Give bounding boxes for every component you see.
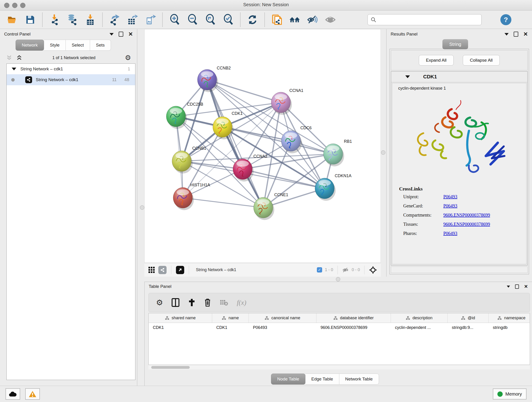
network-view-canvas[interactable]: CCNB2CCNA1CDC25BCDK1CDC6RB1CCNB1CCNA2CDK… xyxy=(144,29,381,263)
cell-name[interactable]: CDK1 xyxy=(212,323,249,332)
tab-style[interactable]: Style xyxy=(44,40,66,51)
edge-CCNA2-CDKN1A[interactable] xyxy=(243,169,325,188)
expand-all-button[interactable]: Expand All xyxy=(419,55,454,65)
column-header-database-identifier[interactable]: database identifier xyxy=(317,313,391,323)
zoom-out-icon[interactable] xyxy=(186,14,198,26)
column-header-canonical-name[interactable]: canonical name xyxy=(249,313,317,323)
column-header-description[interactable]: description xyxy=(391,313,448,323)
open-in-browser-icon[interactable] xyxy=(176,266,184,274)
string-network-graph[interactable]: CCNB2CCNA1CDC25BCDK1CDC6RB1CCNB1CCNA2CDK… xyxy=(145,29,380,263)
expand-all-icon[interactable] xyxy=(16,55,23,61)
scrollbar-thumb[interactable] xyxy=(151,366,190,369)
import-network-icon[interactable] xyxy=(49,14,60,26)
tab-string[interactable]: String xyxy=(443,39,468,49)
cell-namespace[interactable]: stringdb xyxy=(489,323,530,332)
import-table-icon[interactable] xyxy=(84,14,96,26)
node-CCNB2[interactable]: CCNB2 xyxy=(197,66,231,92)
cell-canonical-name[interactable]: P06493 xyxy=(249,323,317,332)
open-session-icon[interactable] xyxy=(6,14,18,26)
show-columns-icon[interactable] xyxy=(172,298,179,307)
crosslink-compartments-link[interactable]: 9606.ENSP00000378699 xyxy=(443,212,490,218)
export-table-icon[interactable] xyxy=(127,14,138,26)
tab-network[interactable]: Network xyxy=(16,40,44,51)
cell-database-identifier[interactable]: 9606.ENSP00000378699 xyxy=(317,323,391,332)
results-scroll-strip[interactable] xyxy=(391,267,528,273)
function-builder-icon[interactable]: f(x) xyxy=(237,299,246,306)
node-CCNA1[interactable]: CCNA1 xyxy=(271,88,303,115)
network-row-selected[interactable]: String Network – cdk1 11 48 xyxy=(7,74,135,85)
crosslink-tissues-link[interactable]: 9606.ENSP00000378699 xyxy=(443,222,490,227)
hidden-eye-icon[interactable] xyxy=(342,267,349,273)
tab-select[interactable]: Select xyxy=(66,40,90,51)
node-CCNB1[interactable]: CCNB1 xyxy=(172,146,206,173)
panel-close-icon[interactable]: ✕ xyxy=(523,32,528,36)
table-horizontal-scrollbar[interactable] xyxy=(148,365,530,370)
node-CDC6[interactable]: CDC6 xyxy=(281,126,312,153)
gear-icon[interactable]: ⚙ xyxy=(125,54,131,61)
edge-CCNB2-RB1[interactable] xyxy=(207,80,333,154)
tab-network-table[interactable]: Network Table xyxy=(339,374,379,385)
export-image-icon[interactable] xyxy=(144,14,156,26)
panel-float-icon[interactable] xyxy=(119,32,123,37)
memory-button[interactable]: Memory xyxy=(493,389,526,400)
help-icon[interactable]: ? xyxy=(500,14,511,25)
cloud-button[interactable] xyxy=(6,388,20,400)
delete-table-icon[interactable] xyxy=(220,299,228,306)
panel-menu-icon[interactable] xyxy=(109,33,114,36)
birdseye-grid-icon[interactable] xyxy=(148,266,155,274)
export-network-icon[interactable] xyxy=(109,14,120,26)
import-network-database-icon[interactable] xyxy=(66,14,78,26)
selected-checkbox-icon[interactable]: ✓ xyxy=(317,267,322,273)
node-CDKN1A[interactable]: CDKN1A xyxy=(315,173,351,201)
collapse-all-icon[interactable] xyxy=(6,55,13,61)
crosslink-uniprot-link[interactable]: P06493 xyxy=(443,194,457,199)
cell-description[interactable]: cyclin-dependent ... xyxy=(391,323,448,332)
column-header-shared-name[interactable]: shared name xyxy=(149,313,212,323)
network-collection-row[interactable]: String Network – cdk1 1 xyxy=(7,64,135,74)
tab-node-table[interactable]: Node Table xyxy=(271,374,305,385)
node-HIST1H1A[interactable]: HIST1H1A xyxy=(173,183,210,210)
table-gear-icon[interactable]: ⚙ xyxy=(156,299,163,306)
preview-eye-icon[interactable] xyxy=(324,14,336,26)
right-splitter-handle[interactable] xyxy=(381,150,385,155)
edge-CCNE1-HIST1H1A[interactable] xyxy=(183,198,263,208)
panel-float-icon[interactable] xyxy=(515,284,519,289)
string-badge-icon[interactable] xyxy=(158,266,167,274)
collection-expand-icon[interactable] xyxy=(12,68,16,70)
column-header--id[interactable]: @id xyxy=(448,313,489,323)
cell-shared-name[interactable]: CDK1 xyxy=(149,323,212,332)
column-header-namespace[interactable]: namespace xyxy=(489,313,530,323)
crosslink-pharos-link[interactable]: P06493 xyxy=(443,231,457,236)
cell--id[interactable]: stringdb:9... xyxy=(448,323,489,332)
collapse-all-button[interactable]: Collapse All xyxy=(463,55,500,65)
edge-CCNB2-CCNA1[interactable] xyxy=(207,80,281,102)
node-RB1[interactable]: RB1 xyxy=(323,139,352,166)
zoom-selected-icon[interactable] xyxy=(222,14,234,26)
panel-close-icon[interactable]: ✕ xyxy=(524,284,528,289)
tab-edge-table[interactable]: Edge Table xyxy=(305,374,339,385)
delete-column-icon[interactable] xyxy=(204,298,211,307)
panel-menu-icon[interactable] xyxy=(505,33,509,36)
zoom-in-icon[interactable] xyxy=(169,14,181,26)
panel-menu-icon[interactable] xyxy=(507,286,510,288)
panel-float-icon[interactable] xyxy=(514,32,518,37)
warning-button[interactable] xyxy=(25,388,40,400)
column-header-name[interactable]: name xyxy=(212,313,249,323)
edge-CCNB2-CCNE1[interactable] xyxy=(207,80,263,208)
left-splitter-handle[interactable] xyxy=(140,205,144,210)
gene-collapse-icon[interactable] xyxy=(405,75,410,78)
add-column-icon[interactable] xyxy=(188,298,196,307)
panel-close-icon[interactable]: ✕ xyxy=(128,32,133,36)
tab-sets[interactable]: Sets xyxy=(90,40,111,51)
table-row[interactable]: CDK1CDK1P064939606.ENSP00000378699cyclin… xyxy=(149,323,530,332)
crosslink-genecard-link[interactable]: P06493 xyxy=(443,203,457,209)
refresh-layout-icon[interactable] xyxy=(247,14,259,26)
search-input[interactable] xyxy=(378,17,478,22)
first-neighbors-icon[interactable] xyxy=(289,14,301,26)
node-CDK1[interactable]: CDK1 xyxy=(213,111,243,139)
zoom-fit-icon[interactable] xyxy=(204,14,216,26)
save-session-icon[interactable] xyxy=(24,14,36,26)
show-hide-style-icon[interactable] xyxy=(307,14,318,26)
horizontal-splitter-handle[interactable] xyxy=(336,277,340,281)
clone-network-icon[interactable] xyxy=(271,14,283,26)
